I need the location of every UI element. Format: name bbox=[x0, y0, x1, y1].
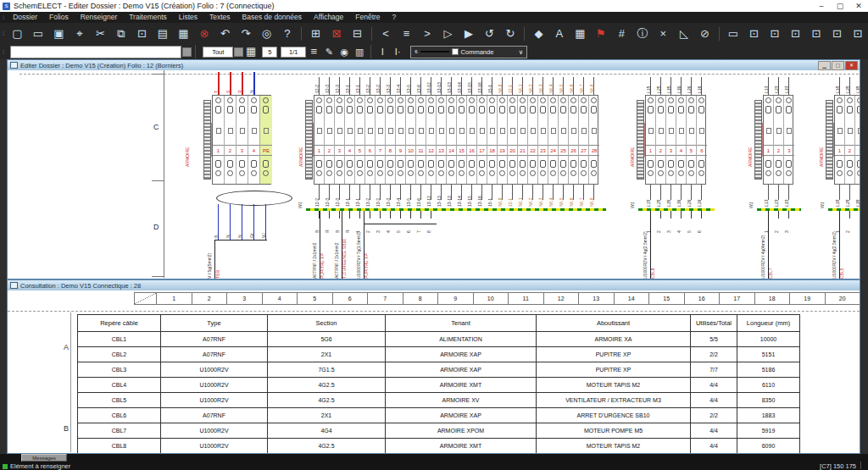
filter-input[interactable] bbox=[10, 46, 181, 58]
note-edit-icon[interactable]: ⊡ bbox=[766, 25, 784, 41]
editor-minimize-button[interactable]: ▁ bbox=[818, 61, 831, 70]
table-row[interactable]: CBL3U1000R2V7G1.5ARMOIRE XAPPUPITRE XP7/… bbox=[78, 362, 800, 378]
symbols-icon[interactable]: ◆ bbox=[530, 25, 548, 41]
folio-protect-icon[interactable]: ⊟ bbox=[348, 25, 366, 41]
table-cell: 8350 bbox=[737, 393, 800, 408]
column-header: Repère câble bbox=[78, 315, 161, 332]
pointer-send-icon[interactable]: ▶ bbox=[460, 25, 478, 41]
table-cell: PUPITRE XP bbox=[537, 362, 691, 378]
wire-label: 12-2 bbox=[315, 73, 320, 93]
editor-window-titlebar[interactable]: Editer Dossier : Demo V15 (Création) Fol… bbox=[8, 60, 860, 70]
table-row[interactable]: CBL1A07RNF5G6ALIMENTATIONARMOIRE XA5/510… bbox=[78, 332, 800, 347]
close-button[interactable]: ✕ bbox=[849, 0, 868, 12]
toolbar-drag-handle[interactable]: ⁞ bbox=[0, 30, 7, 37]
menu-dossier[interactable]: Dossier bbox=[7, 12, 43, 23]
select-zone-icon[interactable]: ⌖ bbox=[71, 25, 89, 41]
table-cell: 4G4 bbox=[268, 423, 386, 439]
line-weight-value: 6 bbox=[415, 49, 417, 54]
note-info-icon[interactable]: ⊡ bbox=[849, 25, 867, 41]
lamp-icon[interactable]: ◉ bbox=[337, 44, 352, 59]
toolbar2-drag-handle[interactable]: ⁞ bbox=[0, 48, 7, 56]
line-list-icon[interactable]: ≡ bbox=[306, 44, 321, 59]
rotate-right-icon[interactable]: ↻ bbox=[502, 25, 520, 41]
menu-fen-tre[interactable]: Fenêtre bbox=[349, 12, 386, 23]
frame-icon[interactable]: ▭ bbox=[725, 25, 743, 41]
print-setup-icon[interactable]: ▦ bbox=[175, 25, 192, 41]
maximize-button[interactable]: ▢ bbox=[831, 0, 849, 12]
note-delete-icon[interactable]: ⊡ bbox=[787, 25, 804, 41]
menu-affichage[interactable]: Affichage bbox=[308, 12, 349, 23]
target-icon[interactable]: ◎ bbox=[258, 25, 275, 41]
table-row[interactable]: CBL5U1000R2V4G2.5ARMOIRE XVVENTILATEUR /… bbox=[78, 393, 800, 408]
open-folder-icon[interactable]: ▭ bbox=[30, 25, 47, 41]
messages-panel-button[interactable]: Messages bbox=[21, 454, 67, 462]
menu-textes[interactable]: Textes bbox=[203, 12, 236, 23]
window-title: SchemELECT - Editer Dossier : Demo V15 (… bbox=[14, 2, 812, 10]
scope-dropdown-button[interactable] bbox=[234, 47, 243, 57]
cut-icon[interactable]: ✂ bbox=[92, 25, 109, 41]
table-cell: 4/4 bbox=[691, 423, 737, 439]
menu-renseigner[interactable]: Renseigner bbox=[75, 12, 123, 23]
grid-size-field[interactable]: 5 bbox=[262, 47, 277, 58]
menu-folios[interactable]: Folios bbox=[43, 12, 75, 23]
line-style-select[interactable]: 6 Commande ∨ bbox=[410, 46, 527, 58]
text-tool-icon[interactable]: A bbox=[551, 25, 569, 41]
consultation-canvas[interactable]: 1234567891011121314151617181920 Repère c… bbox=[8, 290, 860, 453]
schematic-canvas[interactable]: CDARMOIREXA1234PETSRNARMOIREXAP123456789… bbox=[8, 70, 860, 279]
next-folio-icon[interactable]: > bbox=[419, 25, 437, 41]
delete-icon[interactable]: × bbox=[654, 25, 672, 41]
info-icon[interactable]: ⓘ bbox=[634, 25, 652, 41]
note-add-icon[interactable]: ⊡ bbox=[745, 25, 763, 41]
print-icon[interactable]: ▤ bbox=[154, 25, 172, 41]
rotate-left-icon[interactable]: ↺ bbox=[481, 25, 498, 41]
folio-list-icon[interactable]: ≡ bbox=[398, 25, 415, 41]
editor-close-button[interactable]: ✕ bbox=[845, 61, 858, 70]
table-cell: ARMOIRE XPOM bbox=[386, 423, 537, 439]
note-list-icon[interactable]: ⊡ bbox=[808, 25, 826, 41]
cancel-icon[interactable]: ⊗ bbox=[196, 25, 214, 41]
menu-drag-handle[interactable]: ⁞ bbox=[0, 14, 7, 21]
consultation-window-titlebar[interactable]: Consultation : Demo V15 Connectique : 28 bbox=[8, 280, 860, 290]
wire-label: 15-1 bbox=[488, 73, 492, 93]
editor-restore-button[interactable]: ▢ bbox=[832, 61, 844, 70]
cursor-settings-icon[interactable]: I· bbox=[390, 44, 405, 59]
note-copy-icon[interactable]: ⊡ bbox=[828, 25, 846, 41]
previous-folio-icon[interactable]: < bbox=[377, 25, 395, 41]
pencil-icon[interactable]: ✎ bbox=[321, 44, 337, 59]
table-row[interactable]: CBL6A07RNF2X1ARMOIRE XAPARRET D'URGENCE … bbox=[78, 408, 800, 423]
scope-select[interactable]: Tout bbox=[203, 47, 233, 58]
symbol-grid-icon[interactable]: ▦ bbox=[571, 25, 589, 41]
marker-icon[interactable]: ⚑ bbox=[593, 25, 610, 41]
page-indicator[interactable]: 1/1 bbox=[281, 47, 306, 58]
wire-label: L33 bbox=[785, 186, 789, 207]
filter-apply-button[interactable] bbox=[182, 47, 192, 57]
table-cell: 7G1.5 bbox=[268, 362, 386, 378]
help-icon[interactable]: ? bbox=[279, 25, 297, 41]
copy-icon[interactable]: ⧉ bbox=[113, 25, 131, 41]
table-row[interactable]: CBL4U1000R2V4G2.5ARMOIRE XMTMOTEUR TAPIS… bbox=[78, 378, 800, 393]
folio-validate-icon[interactable]: ⊠ bbox=[328, 25, 346, 41]
undo-icon[interactable]: ↶ bbox=[216, 25, 234, 41]
library-icon[interactable]: ▥ bbox=[352, 44, 367, 59]
paste-icon[interactable]: ⊡ bbox=[133, 25, 151, 41]
hide-icon[interactable]: ⊘ bbox=[696, 25, 714, 41]
measure-icon[interactable]: ◺ bbox=[676, 25, 693, 41]
redo-icon[interactable]: ↷ bbox=[237, 25, 255, 41]
grid-display-icon[interactable]: ▦ bbox=[243, 44, 259, 59]
grid-icon[interactable]: # bbox=[613, 25, 631, 41]
cursor-tool-icon[interactable]: I bbox=[375, 44, 390, 59]
menu-traitements[interactable]: Traitements bbox=[123, 12, 173, 23]
minimize-button[interactable]: – bbox=[812, 0, 831, 12]
folio-new-icon[interactable]: ⊞ bbox=[307, 25, 325, 41]
wire-label: L13 bbox=[765, 73, 769, 93]
table-row[interactable]: CBL8U1000R2V4G2.5ARMOIRE XMTMOTEUR TAPIS… bbox=[78, 439, 800, 454]
menu-listes[interactable]: Listes bbox=[173, 12, 203, 23]
new-file-icon[interactable]: ▢ bbox=[8, 25, 26, 41]
save-icon[interactable]: ▣ bbox=[50, 25, 68, 41]
menu-bases-de-donn-es[interactable]: Bases de données bbox=[236, 12, 308, 23]
table-row[interactable]: CBL7U1000R2V4G4ARMOIRE XPOMMOTEUR POMPE … bbox=[78, 423, 800, 439]
wire-label: 12-1 bbox=[509, 73, 513, 93]
menu-item[interactable]: ? bbox=[387, 12, 403, 23]
table-row[interactable]: CBL2A07RNF2X1ARMOIRE XAPPUPITRE XP2/2515… bbox=[78, 347, 800, 362]
pointer-icon[interactable]: ▷ bbox=[439, 25, 457, 41]
